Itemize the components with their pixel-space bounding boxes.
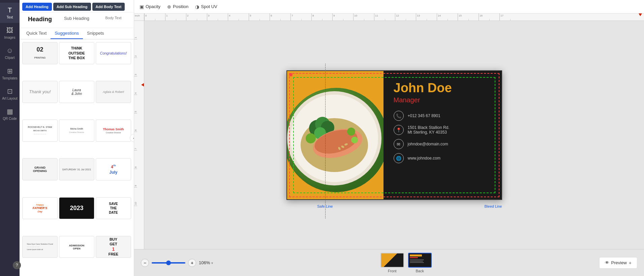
tab-suggestions[interactable]: Suggestions	[51, 28, 83, 39]
ruler-v-mark-5: 5	[134, 95, 137, 113]
heading-style-pill[interactable]: Heading	[22, 14, 58, 25]
tab-snippets[interactable]: Snippets	[83, 28, 108, 39]
email-icon: ✉	[394, 139, 404, 149]
tc-label-18: BUYGET1FREE	[109, 237, 118, 256]
back-thumb-image[interactable]	[408, 253, 432, 268]
ruler-v-mark-3: 3	[134, 58, 137, 76]
food-image	[287, 88, 387, 192]
tc-label-6: Aglaia & Robert	[103, 90, 124, 94]
front-thumb-preview	[381, 253, 403, 267]
spot-uv-label: Spot UV	[201, 4, 217, 9]
zoom-controls: − + 106% ▾	[141, 259, 213, 267]
template-card-7[interactable]: ROOSEVELT N. STAMMICHA SMITH— — — — — —	[22, 119, 58, 142]
add-sub-heading-button[interactable]: Add Sub Heading	[53, 3, 91, 11]
phone-icon: 📞	[394, 111, 404, 121]
sub-heading-style-pill[interactable]: Sub Heading	[59, 14, 94, 25]
template-card-8[interactable]: Micha SmithCreative Director	[59, 119, 94, 142]
template-card-12[interactable]: 4thJuly	[96, 158, 131, 180]
main-area: ▣ Opacity ⊕ Position ◑ Spot UV inch 0 1 …	[134, 0, 644, 276]
ruler-h-marks: 0 1 2 3 4 5 6 7 8 9 10 11 12 13 14 15 16	[144, 13, 520, 21]
sidebar-label-art-layout: Art Layout	[2, 97, 18, 100]
back-label: Back	[416, 269, 424, 273]
template-card-4[interactable]: Thank you!	[22, 81, 58, 103]
position-tool[interactable]: ⊕ Position	[167, 4, 188, 9]
tc-label-13: HappyFATHER'SDay	[33, 203, 47, 213]
back-thumb-preview	[409, 253, 431, 267]
ruler-v-mark-10: 10	[134, 187, 137, 206]
art-layout-icon: ⊡	[7, 87, 13, 95]
sidebar-item-images[interactable]: 🖼 Images	[0, 23, 20, 43]
opacity-tool[interactable]: ▣ Opacity	[140, 4, 160, 9]
text-icon: T	[8, 6, 12, 14]
sidebar-item-templates[interactable]: ⊞ Templates	[0, 63, 20, 83]
design-card[interactable]: John Doe Manager 📞 +012 345 67 8901 📍 15…	[286, 70, 502, 200]
card-person-title: Manager	[394, 96, 495, 104]
spot-uv-icon: ◑	[195, 4, 199, 9]
ruler-unit-label: inch	[134, 13, 144, 18]
sidebar-label-text: Text	[7, 15, 13, 19]
canvas-wrapper: inch 0 1 2 3 4 5 6 7 8 9 10 11 12 13	[134, 13, 644, 249]
zoom-out-button[interactable]: −	[141, 259, 149, 267]
template-card-16[interactable]: New Eye Care Solution Fund— — — — —Lorem…	[22, 236, 58, 258]
ruler-mark-14: 14	[437, 13, 458, 21]
ruler-v-mark-4: 4	[134, 76, 137, 95]
tc-label-4: Thank you!	[29, 89, 51, 94]
help-button[interactable]: ?	[13, 261, 21, 269]
tc-label-15: SAVETHEDATE	[109, 202, 118, 215]
preview-button[interactable]: 👁 Preview +	[599, 257, 637, 269]
sidebar-label-qr-code: QR Code	[3, 117, 17, 120]
ruler-mark-11: 11	[374, 13, 395, 21]
template-card-15[interactable]: SAVETHEDATE	[96, 197, 131, 219]
tab-quick-text[interactable]: Quick Text	[22, 28, 51, 39]
tc-label-16: New Eye Care Solution Fund— — — — —Lorem…	[26, 242, 54, 252]
template-card-5[interactable]: Laura& John	[59, 81, 94, 103]
sidebar-item-clipart[interactable]: ☺ Clipart	[0, 43, 20, 63]
template-card-17[interactable]: ADMISSIONOPEN	[59, 236, 94, 258]
front-thumb-image[interactable]	[380, 253, 404, 268]
template-card-10[interactable]: GRANDOPENING	[22, 158, 58, 180]
preview-label: Preview	[611, 260, 627, 265]
template-card-1[interactable]: 02PRINTING	[22, 42, 58, 64]
safe-line-label: Safe Line	[317, 204, 333, 208]
address-icon: 📍	[394, 125, 404, 135]
template-card-3[interactable]: Congratulations!	[96, 42, 131, 64]
zoom-value[interactable]: 106% ▾	[199, 260, 213, 265]
zoom-slider[interactable]	[152, 262, 185, 264]
contact-email: ✉ johndoe@domain.com	[394, 139, 495, 149]
ruler-mark-1: 1	[165, 13, 186, 21]
template-card-6[interactable]: Aglaia & Robert	[96, 81, 131, 103]
tc-label-10: GRANDOPENING	[33, 166, 47, 173]
ruler-mark-15: 15	[458, 13, 479, 21]
zoom-in-button[interactable]: +	[188, 259, 196, 267]
template-card-13[interactable]: HappyFATHER'SDay	[22, 197, 58, 219]
template-card-11[interactable]: SATURDAY 31 Jul 2021	[59, 158, 94, 180]
template-card-14[interactable]: 2023	[59, 197, 94, 219]
ruler-horizontal: 0 1 2 3 4 5 6 7 8 9 10 11 12 13 14 15 16	[144, 13, 644, 21]
template-card-18[interactable]: BUYGET1FREE	[96, 236, 131, 258]
ruler-position-marker	[639, 13, 642, 16]
body-text-style-pill[interactable]: Body Text	[96, 14, 131, 25]
ruler-v-mark-2: 2	[134, 39, 137, 58]
add-heading-button[interactable]: Add Heading	[22, 3, 52, 11]
bleed-line-label: Bleed Line	[485, 204, 502, 208]
ruler-v-marker	[141, 83, 144, 87]
template-card-2[interactable]: THiNKOUTSIDETHE BOX	[59, 42, 94, 64]
ruler-mark-9: 9	[332, 13, 353, 21]
sidebar-item-qr-code[interactable]: ▦ QR Code	[0, 104, 20, 124]
position-icon: ⊕	[167, 4, 171, 9]
images-icon: 🖼	[6, 27, 13, 34]
sidebar-label-clipart: Clipart	[5, 56, 15, 60]
card-email: johndoe@domain.com	[408, 142, 448, 146]
ruler-mark-5: 5	[249, 13, 270, 21]
sidebar-item-text[interactable]: T Text	[0, 3, 20, 23]
text-style-row: Heading Sub Heading Body Text	[20, 12, 134, 28]
ruler-mark-0: 0	[144, 13, 165, 21]
add-body-text-button[interactable]: Add Body Text	[92, 3, 125, 11]
sidebar-item-art-layout[interactable]: ⊡ Art Layout	[0, 83, 20, 104]
tc-label-5: Laura& John	[71, 88, 82, 96]
spot-uv-tool[interactable]: ◑ Spot UV	[195, 4, 217, 9]
ruler-mark-4: 4	[228, 13, 249, 21]
tc-label-1: 02PRINTING	[34, 46, 45, 60]
template-card-9[interactable]: Thomas SmithCreative Director	[96, 119, 131, 142]
svg-point-10	[347, 128, 355, 136]
